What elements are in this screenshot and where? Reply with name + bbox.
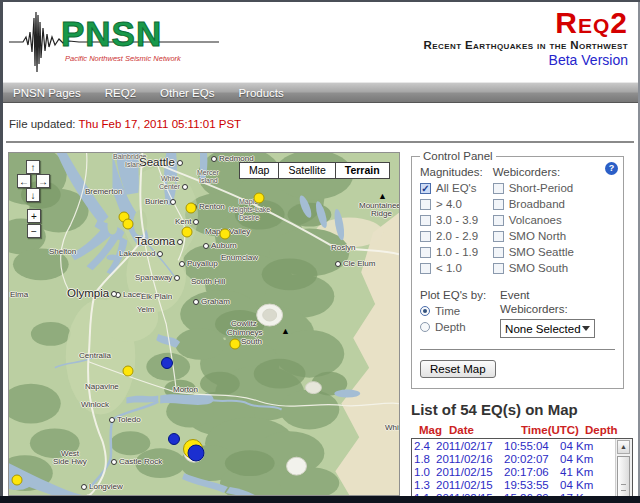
checkbox-label: Broadband [509,198,565,210]
map-type-button[interactable]: Terrain [336,162,390,179]
map-label: ▲ [281,326,290,336]
scrollbar-up-arrow-icon[interactable]: ▲ [617,440,630,454]
help-icon[interactable]: ? [605,162,618,175]
eq-listbox[interactable]: 2.4 2011/02/17 10:55:04 04 Km 1.8 2011/0… [411,438,633,503]
file-updated-line: File updated: Thu Feb 17, 2011 05:11:01 … [9,118,241,130]
page: PNSN Pacific Northwest Seismic Network R… [0,0,640,503]
pan-up-button[interactable]: ↑ [26,160,40,174]
checkbox-icon[interactable] [493,183,504,194]
eq-mag: 1.3 [414,479,436,492]
eq-time: 20:02:07 [504,453,560,466]
select-value: None Selected [505,323,580,335]
event-webicorders-group: Event Webicorders: None Selected [500,287,595,338]
eq-column-header: Date [449,424,521,436]
nav-item[interactable]: Products [238,87,283,99]
file-updated-value: Thu Feb 17, 2011 05:11:01 PST [79,118,242,130]
pan-down-button[interactable]: ↓ [26,188,40,202]
magnitude-checkbox-row[interactable]: All EQ's [420,182,483,194]
webicorder-checkbox-row[interactable]: SMO Seattle [493,246,574,258]
checkbox-icon[interactable] [493,247,504,258]
map-label: White [385,423,400,432]
map-label: Graham [193,297,230,306]
radio-icon[interactable] [420,306,430,316]
eq-depth: 04 Km [560,453,604,466]
earthquake-marker[interactable] [220,229,231,240]
map-label: Yelm [137,305,155,314]
earthquake-marker[interactable] [12,475,23,486]
checkbox-label: Volcanoes [509,214,562,226]
checkbox-icon[interactable] [493,231,504,242]
map-label: Bremerton [85,187,122,196]
nav-item[interactable]: Other EQs [160,87,214,99]
webicorder-checkbox-row[interactable]: Volcanoes [493,214,574,226]
checkbox-icon[interactable] [420,263,431,274]
control-panel: Control Panel ? Magnitudes: All EQ's > 4… [411,150,624,389]
radio-label: Depth [435,321,466,333]
map-label: Centralia [79,351,111,360]
eq-mag: 2.4 [414,440,436,453]
map-label: Longview [81,482,123,491]
nav-item[interactable]: PNSN Pages [13,87,81,99]
map-label: Elk Plain [141,292,172,301]
magnitude-checkbox-row[interactable]: 1.0 - 1.9 [420,246,483,258]
eq-table-header: MagDateTime(UTC)Depth [411,424,638,436]
map-label: Burien [145,197,176,206]
checkbox-icon[interactable] [493,263,504,274]
control-panel-legend: Control Panel [420,150,496,162]
pan-left-button[interactable]: ← [17,174,31,188]
magnitude-checkbox-row[interactable]: 3.0 - 3.9 [420,214,483,226]
webicorder-checkbox-row[interactable]: Broadband [493,198,574,210]
webicorder-checkbox-row[interactable]: SMO North [493,230,574,242]
checkbox-icon[interactable] [493,199,504,210]
map-pan-zoom-controls: ↑ ← → ↓ + − [15,157,63,243]
earthquake-marker[interactable] [254,193,265,204]
plot-by-radio-row[interactable]: Depth [420,321,486,333]
eq-row[interactable]: 2.4 2011/02/17 10:55:04 04 Km [414,440,615,453]
earthquake-marker[interactable] [186,203,197,214]
magnitude-checkbox-row[interactable]: > 4.0 [420,198,483,210]
magnitude-checkbox-row[interactable]: 2.0 - 2.9 [420,230,483,242]
map-label: Winlock [81,400,109,409]
checkbox-icon[interactable] [420,183,431,194]
pnsn-logo[interactable]: PNSN Pacific Northwest Seismic Network [9,6,224,78]
pan-right-button[interactable]: → [36,174,50,188]
earthquake-marker[interactable] [168,433,180,445]
zoom-in-button[interactable]: + [27,209,41,223]
logo-acronym: PNSN [61,14,162,54]
checkbox-icon[interactable] [420,231,431,242]
eq-row[interactable]: 1.8 2011/02/16 20:02:07 04 Km [414,453,615,466]
earthquake-marker[interactable] [188,445,205,462]
webicorder-checkbox-row[interactable]: SMO South [493,262,574,274]
earthquake-map[interactable]: BainbridgeIslandSeattleRedmondMercerIsla… [8,152,400,496]
radio-icon[interactable] [420,322,430,332]
reset-map-button[interactable]: Reset Map [420,360,496,378]
checkbox-icon[interactable] [493,215,504,226]
earthquake-marker[interactable] [123,366,134,377]
map-label: Puyallup [179,259,218,268]
earthquake-marker[interactable] [161,357,173,369]
magnitude-checkbox-row[interactable]: < 1.0 [420,262,483,274]
scrollbar[interactable]: ▲ [615,439,632,503]
webicorder-checkbox-row[interactable]: Short-Period [493,182,574,194]
checkbox-label: SMO Seattle [509,246,574,258]
window-bottom-edge [0,496,640,503]
map-label: Lacey [115,290,144,299]
map-type-button[interactable]: Satellite [279,162,335,179]
event-webicorders-select[interactable]: None Selected [500,319,595,338]
map-type-button[interactable]: Map [239,162,279,179]
checkbox-icon[interactable] [420,215,431,226]
plot-by-radio-row[interactable]: Time [420,305,486,317]
eq-time: 20:17:06 [504,466,560,479]
earthquake-marker[interactable] [123,219,134,230]
map-label: Island [199,177,218,184]
earthquake-marker[interactable] [182,227,193,238]
logo-tagline: Pacific Northwest Seismic Network [65,54,181,63]
checkbox-icon[interactable] [420,199,431,210]
checkbox-icon[interactable] [420,247,431,258]
earthquake-marker[interactable] [230,339,241,350]
nav-item[interactable]: REQ2 [105,87,136,99]
eq-depth: 04 Km [560,479,604,492]
eq-row[interactable]: 1.0 2011/02/15 20:17:06 41 Km [414,466,615,479]
zoom-out-button[interactable]: − [27,224,41,238]
eq-row[interactable]: 1.3 2011/02/15 19:53:55 04 Km [414,479,615,492]
